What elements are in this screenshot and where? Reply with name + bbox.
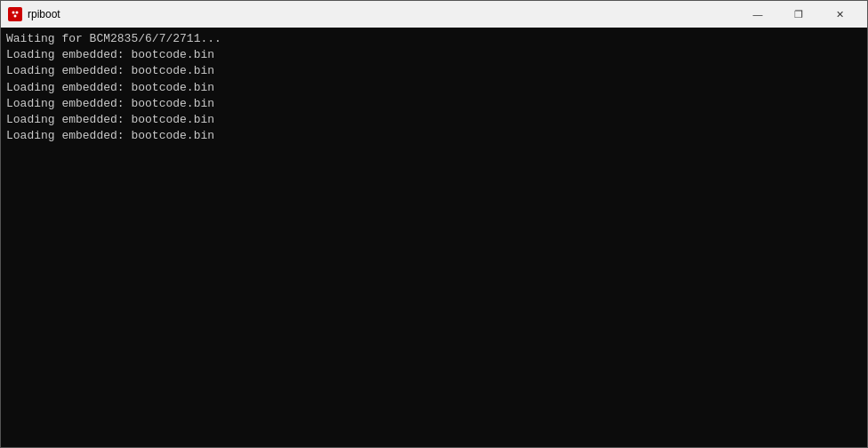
svg-point-1 [12,12,15,14]
maximize-button[interactable]: ❐ [778,1,819,28]
terminal-output: Waiting for BCM2835/6/7/2711...Loading e… [1,28,867,447]
title-bar-left: rpiboot [8,7,60,21]
window-title: rpiboot [28,8,60,20]
terminal-line: Waiting for BCM2835/6/7/2711... [6,31,862,47]
terminal-line: Loading embedded: bootcode.bin [6,112,862,128]
window-controls: — ❐ ✕ [737,1,860,28]
app-window: rpiboot — ❐ ✕ Waiting for BCM2835/6/7/27… [0,0,868,448]
terminal-line: Loading embedded: bootcode.bin [6,47,862,63]
terminal-line: Loading embedded: bootcode.bin [6,96,862,112]
terminal-line: Loading embedded: bootcode.bin [6,128,862,144]
app-icon [8,7,22,21]
svg-point-2 [16,12,19,14]
svg-point-3 [14,15,17,18]
terminal-line: Loading embedded: bootcode.bin [6,80,862,96]
terminal-line: Loading embedded: bootcode.bin [6,63,862,79]
svg-point-0 [10,9,20,20]
minimize-button[interactable]: — [737,1,778,28]
close-button[interactable]: ✕ [819,1,860,28]
title-bar: rpiboot — ❐ ✕ [1,1,867,28]
